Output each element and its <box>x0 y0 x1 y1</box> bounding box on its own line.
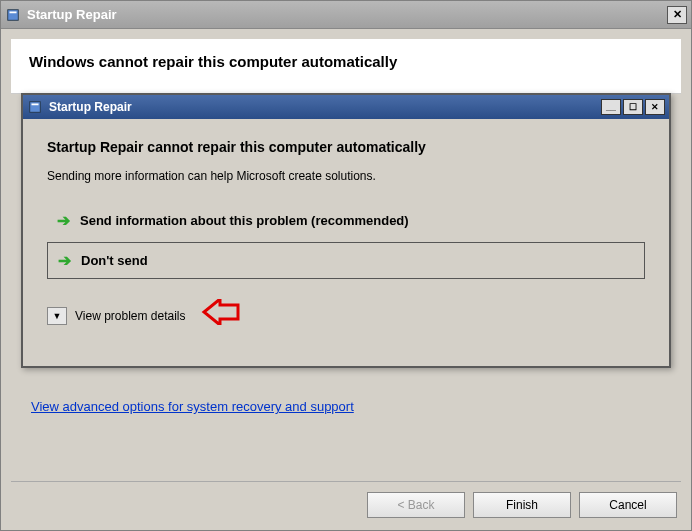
send-info-label: Send information about this problem (rec… <box>80 213 409 228</box>
annotation-arrow-icon <box>200 299 240 332</box>
outer-header-panel: Windows cannot repair this computer auto… <box>11 39 681 94</box>
svg-rect-0 <box>8 9 19 20</box>
view-details-label: View problem details <box>75 309 186 323</box>
svg-rect-2 <box>30 102 41 113</box>
dont-send-label: Don't send <box>81 253 148 268</box>
error-dialog: Startup Repair __ ☐ ✕ Startup Repair can… <box>21 93 671 368</box>
inner-titlebar: Startup Repair __ ☐ ✕ <box>23 95 669 119</box>
cancel-button[interactable]: Cancel <box>579 492 677 518</box>
app-icon <box>27 99 43 115</box>
separator <box>11 481 681 482</box>
wizard-button-bar: < Back Finish Cancel <box>367 492 677 518</box>
maximize-button[interactable]: ☐ <box>623 99 643 115</box>
expand-icon[interactable]: ▼ <box>47 307 67 325</box>
outer-heading: Windows cannot repair this computer auto… <box>29 53 663 70</box>
window-controls: __ ☐ ✕ <box>601 99 665 115</box>
view-problem-details[interactable]: ▼ View problem details <box>47 299 645 332</box>
inner-title: Startup Repair <box>49 100 601 114</box>
dont-send-option[interactable]: ➔ Don't send <box>47 242 645 279</box>
arrow-right-icon: ➔ <box>57 211 70 230</box>
outer-titlebar: Startup Repair ✕ <box>1 1 691 29</box>
inner-body: Startup Repair cannot repair this comput… <box>23 119 669 342</box>
arrow-right-icon: ➔ <box>58 251 71 270</box>
app-icon <box>5 7 21 23</box>
close-button[interactable]: ✕ <box>645 99 665 115</box>
back-button: < Back <box>367 492 465 518</box>
svg-rect-3 <box>32 104 39 106</box>
inner-heading: Startup Repair cannot repair this comput… <box>47 139 645 155</box>
close-button[interactable]: ✕ <box>667 6 687 24</box>
outer-title: Startup Repair <box>27 7 667 22</box>
minimize-button[interactable]: __ <box>601 99 621 115</box>
send-info-option[interactable]: ➔ Send information about this problem (r… <box>47 203 645 238</box>
svg-rect-1 <box>10 11 17 13</box>
inner-subtext: Sending more information can help Micros… <box>47 169 645 183</box>
wizard-window: Startup Repair ✕ Windows cannot repair t… <box>0 0 692 531</box>
finish-button[interactable]: Finish <box>473 492 571 518</box>
advanced-options-link[interactable]: View advanced options for system recover… <box>31 399 354 414</box>
